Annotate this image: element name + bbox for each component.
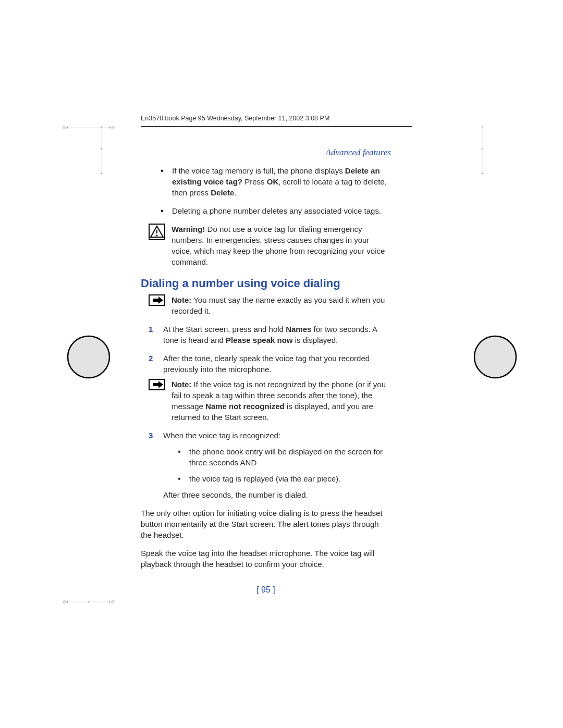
note-label: Note: bbox=[172, 295, 191, 304]
svg-point-45 bbox=[63, 600, 66, 603]
book-stamp: En3570.book Page 95 Wednesday, September… bbox=[141, 115, 391, 122]
text: When the voice tag is recognized: bbox=[163, 431, 280, 440]
svg-point-32 bbox=[482, 148, 483, 150]
svg-point-57 bbox=[109, 601, 111, 603]
svg-point-26 bbox=[101, 173, 102, 174]
bullet-1: If the voice tag memory is full, the pho… bbox=[161, 165, 391, 198]
crop-mark-bottom bbox=[63, 576, 115, 628]
svg-point-41 bbox=[68, 336, 109, 378]
note-block-1: Note: You must say the name exactly as y… bbox=[149, 294, 391, 316]
text-bold: Delete bbox=[211, 188, 234, 197]
sub-bullets: the phone book entry will be displayed o… bbox=[178, 446, 391, 484]
text: If the voice tag memory is full, the pho… bbox=[172, 166, 345, 175]
section-title: Advanced features bbox=[141, 147, 391, 158]
note-block-2: Note: If the voice tag is not recognized… bbox=[149, 379, 391, 423]
svg-point-40 bbox=[482, 173, 482, 174]
svg-point-35 bbox=[482, 149, 482, 149]
svg-point-1 bbox=[63, 126, 66, 129]
step-1: 1 At the Start screen, press and hold Na… bbox=[149, 324, 391, 346]
text-bold: Name not recognized bbox=[205, 402, 285, 411]
heading-dialing: Dialing a number using voice dialing bbox=[141, 277, 391, 290]
note-text: Note: If the voice tag is not recognized… bbox=[172, 379, 391, 423]
svg-point-66 bbox=[156, 235, 157, 236]
crop-mark-mid-right bbox=[469, 331, 521, 383]
svg-point-55 bbox=[88, 601, 89, 602]
svg-point-42 bbox=[68, 336, 109, 378]
step-number: 1 bbox=[149, 324, 153, 335]
svg-point-60 bbox=[109, 601, 110, 602]
svg-marker-68 bbox=[153, 297, 163, 304]
warning-block: Warning! Do not use a voice tag for dial… bbox=[149, 224, 391, 267]
svg-point-13 bbox=[101, 127, 103, 128]
page-number: [ 95 ] bbox=[141, 585, 391, 595]
svg-point-5 bbox=[67, 127, 68, 128]
warning-text: Warning! Do not use a voice tag for dial… bbox=[172, 224, 391, 267]
svg-point-10 bbox=[109, 127, 110, 128]
steps-list: 1 At the Start screen, press and hold Na… bbox=[149, 324, 391, 500]
crop-mark-right bbox=[456, 125, 508, 177]
text: At the Start screen, press and hold bbox=[163, 325, 286, 334]
svg-point-12 bbox=[112, 126, 115, 129]
note-label: Note: bbox=[172, 380, 191, 389]
bullet-2: Deleting a phone number deletes any asso… bbox=[161, 205, 391, 216]
step-3: 3 When the voice tag is recognized: the … bbox=[149, 430, 391, 500]
svg-point-37 bbox=[482, 172, 483, 174]
svg-point-30 bbox=[482, 127, 482, 127]
note-icon bbox=[149, 379, 165, 423]
intro-bullets: If the voice tag memory is full, the pho… bbox=[161, 165, 391, 216]
step-3-after: After three seconds, the number is diale… bbox=[163, 489, 391, 500]
crop-mark-left bbox=[76, 125, 128, 177]
warning-icon bbox=[149, 224, 165, 267]
text: You must say the name exactly as you sai… bbox=[172, 295, 385, 315]
svg-marker-70 bbox=[153, 381, 163, 388]
step-2: 2 After the tone, clearly speak the voic… bbox=[149, 353, 391, 423]
text: After the tone, clearly speak the voice … bbox=[163, 354, 370, 374]
svg-point-27 bbox=[482, 127, 483, 128]
text-bold: Please speak now bbox=[226, 336, 292, 344]
text: Press bbox=[242, 177, 267, 186]
step-number: 3 bbox=[149, 430, 153, 441]
text-bold: Names bbox=[286, 325, 311, 334]
text-bold: OK bbox=[267, 177, 279, 186]
sub-bullet-1: the phone book entry will be displayed o… bbox=[178, 446, 391, 468]
svg-point-46 bbox=[63, 600, 66, 603]
note-icon bbox=[149, 294, 165, 316]
crop-mark-mid-left bbox=[63, 331, 115, 383]
svg-point-0 bbox=[63, 126, 66, 129]
text: . bbox=[234, 188, 236, 197]
closing-para-1: The only other option for initiating voi… bbox=[141, 508, 391, 540]
svg-point-11 bbox=[112, 126, 115, 129]
svg-point-21 bbox=[101, 149, 102, 149]
svg-point-2 bbox=[67, 127, 68, 129]
crop-mark-top bbox=[63, 102, 115, 154]
stamp-rule bbox=[141, 126, 412, 127]
svg-point-7 bbox=[109, 127, 111, 129]
note-text: Note: You must say the name exactly as y… bbox=[172, 294, 391, 316]
page-content: En3570.book Page 95 Wednesday, September… bbox=[141, 115, 391, 595]
svg-point-47 bbox=[67, 601, 68, 603]
svg-point-18 bbox=[101, 148, 103, 150]
step-number: 2 bbox=[149, 353, 153, 364]
svg-point-52 bbox=[88, 601, 90, 603]
svg-point-23 bbox=[101, 172, 103, 174]
closing-para-2: Speak the voice tag into the headset mic… bbox=[141, 548, 391, 570]
svg-point-16 bbox=[101, 127, 102, 127]
svg-point-50 bbox=[67, 601, 68, 602]
svg-point-61 bbox=[112, 600, 115, 603]
text: is displayed. bbox=[293, 336, 338, 344]
warning-label: Warning! bbox=[172, 225, 205, 233]
sub-bullet-2: the voice tag is replayed (via the ear p… bbox=[178, 473, 391, 484]
svg-point-43 bbox=[474, 336, 516, 378]
svg-point-44 bbox=[474, 336, 516, 378]
svg-point-62 bbox=[112, 600, 115, 603]
